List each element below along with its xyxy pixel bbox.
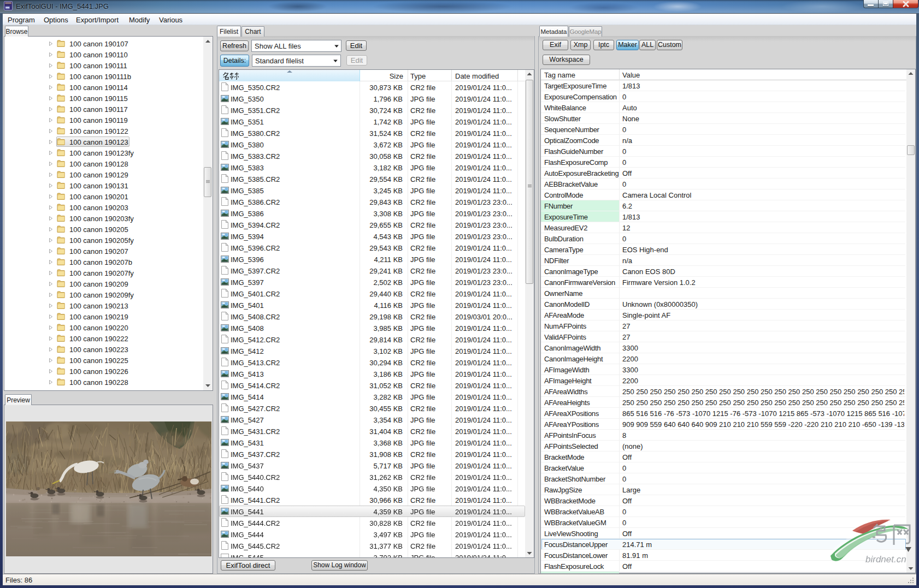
svg-text:birdnet.cn: birdnet.cn — [865, 554, 906, 565]
